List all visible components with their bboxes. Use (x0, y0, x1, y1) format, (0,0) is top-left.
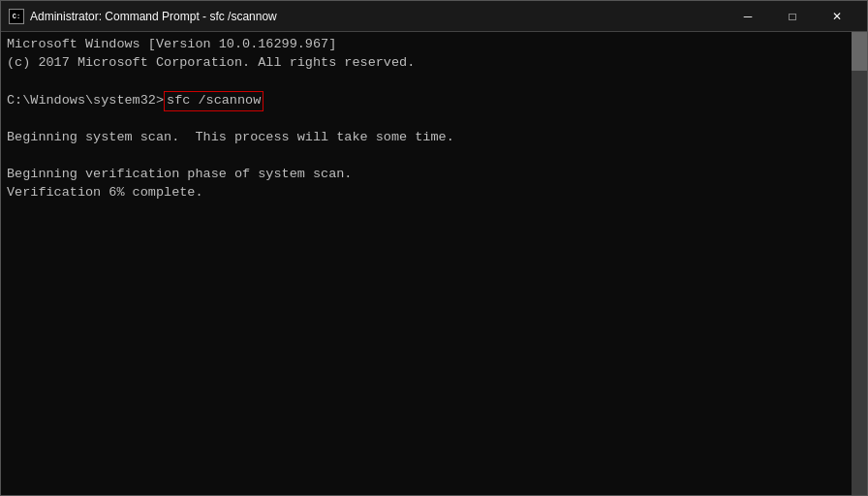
cmd-icon (9, 9, 24, 24)
console-content: Microsoft Windows [Version 10.0.16299.96… (7, 36, 861, 202)
blank-line-3 (7, 147, 844, 166)
window-title: Administrator: Command Prompt - sfc /sca… (30, 10, 277, 23)
prompt: C:\Windows\system32> (7, 92, 164, 110)
close-button[interactable]: ✕ (815, 1, 859, 32)
scrollbar[interactable] (852, 32, 867, 495)
output-line-7: Beginning verification phase of system s… (7, 166, 844, 184)
blank-line-2 (7, 111, 844, 130)
minimize-button[interactable]: ─ (726, 1, 770, 32)
title-bar: Administrator: Command Prompt - sfc /sca… (1, 1, 867, 32)
output-line-5: Beginning system scan. This process will… (7, 129, 844, 147)
blank-line-1 (7, 73, 844, 91)
command-text: sfc /scannow (164, 91, 264, 111)
output-line-2: (c) 2017 Microsoft Corporation. All righ… (7, 54, 844, 73)
cmd-window: Administrator: Command Prompt - sfc /sca… (0, 0, 868, 496)
output-line-8: Verification 6% complete. (7, 184, 844, 202)
command-line: C:\Windows\system32>sfc /scannow (7, 91, 844, 111)
console-area[interactable]: Microsoft Windows [Version 10.0.16299.96… (1, 32, 867, 495)
scrollbar-thumb[interactable] (852, 32, 867, 71)
output-line-1: Microsoft Windows [Version 10.0.16299.96… (7, 36, 844, 54)
window-controls: ─ □ ✕ (726, 1, 859, 32)
title-bar-left: Administrator: Command Prompt - sfc /sca… (9, 9, 277, 24)
maximize-button[interactable]: □ (770, 1, 815, 32)
